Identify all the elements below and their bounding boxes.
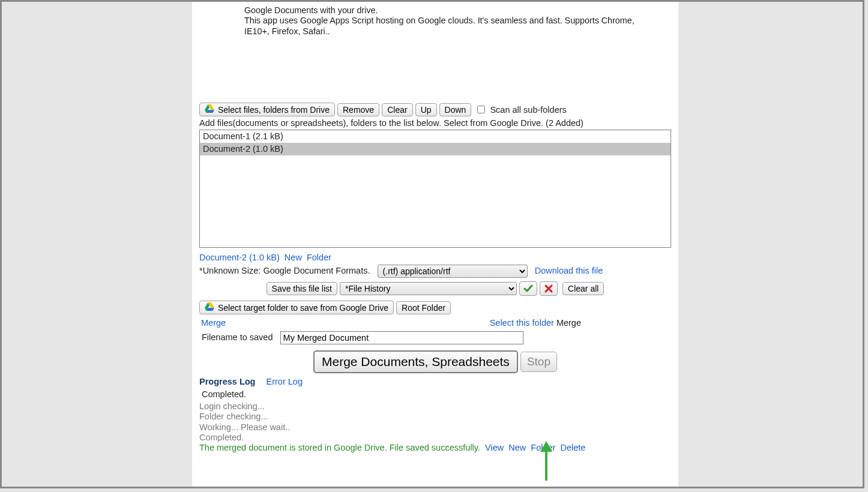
selected-file-links: Document-2 (1.0 kB) New Folder — [199, 253, 671, 262]
desc-line1: Google Documents with your drive. — [244, 5, 378, 15]
annotation-arrow-icon — [534, 440, 558, 484]
select-files-label: Select files, folders from Drive — [218, 105, 330, 115]
status-completed: Completed. — [199, 389, 671, 399]
folder-link[interactable]: Folder — [307, 253, 331, 262]
log-tabs: Progress Log Error Log — [199, 377, 671, 386]
success-message: The merged document is stored in Google … — [199, 443, 480, 452]
google-drive-icon — [205, 302, 214, 313]
filename-input[interactable] — [280, 331, 523, 344]
root-folder-button[interactable]: Root Folder — [396, 301, 451, 314]
confirm-history-button[interactable] — [519, 281, 537, 296]
history-row: Save this file list *File History Clear … — [199, 281, 671, 296]
target-folder-row: Select target folder to save from Google… — [199, 301, 671, 314]
format-select[interactable]: (.rtf) application/rtf — [378, 265, 528, 278]
svg-marker-7 — [540, 441, 552, 452]
select-target-label: Select target folder to save from Google… — [218, 303, 388, 313]
list-item[interactable]: Document-1 (2.1 kB) — [200, 130, 671, 143]
merge-documents-button[interactable]: Merge Documents, Spreadsheets — [313, 350, 518, 373]
log-line: Login checking... — [199, 401, 671, 412]
file-toolbar: Select files, folders from Drive Remove … — [199, 103, 671, 116]
file-list[interactable]: Document-1 (2.1 kB) Document-2 (1.0 kB) — [199, 130, 671, 248]
list-item[interactable]: Document-2 (1.0 kB) — [200, 143, 671, 155]
selected-document-link[interactable]: Document-2 (1.0 kB) — [199, 253, 280, 262]
result-new-link[interactable]: New — [508, 443, 526, 452]
scan-subfolders-checkbox[interactable] — [477, 106, 485, 113]
down-button[interactable]: Down — [439, 103, 472, 116]
tab-error-log[interactable]: Error Log — [267, 377, 303, 386]
save-file-list-button[interactable]: Save this file list — [267, 282, 337, 295]
select-this-folder-link[interactable]: Select this folder — [490, 318, 554, 328]
desc-line2: This app uses Google Apps Script hosting… — [244, 16, 634, 35]
clear-all-button[interactable]: Clear all — [562, 282, 604, 295]
log-line: Completed. — [199, 433, 671, 443]
file-history-select[interactable]: *File History — [340, 282, 517, 295]
app-description: Google Documents with your drive. This a… — [244, 2, 653, 37]
select-files-from-drive-button[interactable]: Select files, folders from Drive — [199, 103, 335, 116]
unknown-size-label: *Unknown Size: Google Document Formats. — [199, 266, 370, 275]
action-row: Merge Documents, Spreadsheets Stop — [199, 350, 671, 373]
up-button[interactable]: Up — [415, 103, 437, 116]
filename-row: Filename to saved — [199, 331, 671, 344]
result-view-link[interactable]: View — [485, 443, 504, 452]
file-list-hint: Add files(documents or spreadsheets), fo… — [199, 118, 671, 128]
tab-progress-log[interactable]: Progress Log — [199, 377, 255, 386]
stop-button[interactable]: Stop — [520, 352, 557, 372]
log-line: Folder checking... — [199, 412, 671, 422]
merge-right-label: Merge — [556, 318, 581, 328]
log-line: Working... Please wait.. — [199, 422, 671, 433]
clear-button[interactable]: Clear — [382, 103, 412, 116]
merge-link[interactable]: Merge — [201, 318, 226, 328]
scan-subfolders-label[interactable]: Scan all sub-folders — [490, 105, 566, 115]
download-file-link[interactable]: Download this file — [535, 266, 603, 275]
new-link[interactable]: New — [285, 253, 302, 262]
log-output: Login checking... Folder checking... Wor… — [199, 401, 671, 453]
filename-label: Filename to saved — [202, 332, 273, 342]
google-drive-icon — [205, 104, 214, 115]
delete-history-button[interactable] — [540, 281, 558, 296]
format-row: *Unknown Size: Google Document Formats. … — [199, 265, 671, 278]
select-target-folder-button[interactable]: Select target folder to save from Google… — [199, 301, 394, 314]
remove-button[interactable]: Remove — [337, 103, 379, 116]
result-delete-link[interactable]: Delete — [561, 443, 586, 452]
merge-folder-line: Merge Select this folder Merge — [199, 318, 671, 328]
